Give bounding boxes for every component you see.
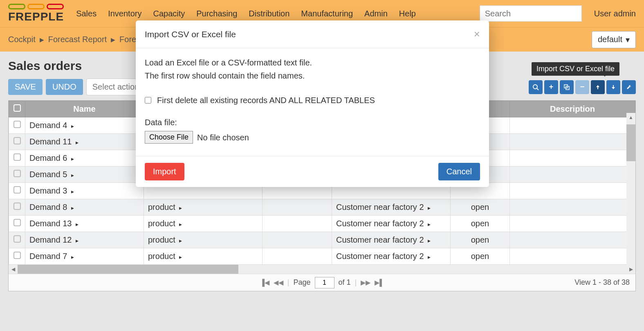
vertical-scrollbar[interactable]: ▲ ▼ [626,113,635,291]
table-row[interactable]: Demand 12 ▸product ▸Customer near factor… [9,232,635,248]
cell-name[interactable]: Demand 11 ▸ [25,134,144,150]
cell-description[interactable] [510,134,635,150]
page-label: Page [293,278,310,287]
table-row[interactable]: Demand 13 ▸product ▸Customer near factor… [9,216,635,232]
scroll-left-icon[interactable]: ◀ [9,266,18,272]
nav-distribution[interactable]: Distribution [249,9,289,18]
prev-page-icon[interactable]: ◀◀ [274,279,283,286]
last-page-icon[interactable]: ▶▌ [375,279,384,286]
cell-location[interactable] [263,248,332,265]
horizontal-scrollbar[interactable]: ◀ ▶ [9,265,635,274]
row-checkbox[interactable] [13,153,21,161]
scenario-selector[interactable]: default ▾ [592,31,636,48]
nav-admin[interactable]: Admin [364,9,388,18]
row-checkbox[interactable] [13,252,21,259]
column-description[interactable]: Description [510,101,635,117]
add-icon[interactable]: + [544,80,558,94]
caret-right-icon: ▸ [76,237,79,244]
table-row[interactable]: Demand 7 ▸product ▸Customer near factory… [9,248,635,265]
row-checkbox[interactable] [13,121,21,128]
cell-item[interactable]: product ▸ [144,248,263,265]
cell-description[interactable] [510,167,635,183]
cell-description[interactable] [510,232,635,248]
nav-manufacturing[interactable]: Manufacturing [301,9,353,18]
breadcrumb-item[interactable]: Forecast Report [48,35,107,44]
upload-icon[interactable] [591,80,605,94]
cell-name[interactable]: Demand 5 ▸ [25,167,144,183]
cell-item[interactable]: product ▸ [144,216,263,232]
next-page-icon[interactable]: ▶▶ [361,279,370,286]
choose-file-button[interactable]: Choose File [145,131,193,144]
table-row[interactable]: Demand 8 ▸product ▸Customer near factory… [9,199,635,216]
nav-menu: Sales Inventory Capacity Purchasing Dist… [76,9,480,18]
breadcrumb-item[interactable]: Cockpit [8,35,36,44]
scroll-thumb[interactable] [18,265,238,274]
cell-status[interactable]: open [451,232,510,248]
page-input[interactable] [315,277,334,288]
undo-button[interactable]: UNDO [46,79,83,95]
delete-icon[interactable]: − [575,80,589,94]
nav-inventory[interactable]: Inventory [108,9,141,18]
wrench-icon[interactable] [622,80,636,94]
chevron-right-icon: ▶ [111,36,115,43]
logo[interactable]: FREPPLE [8,4,64,23]
cell-description[interactable] [510,199,635,216]
row-checkbox[interactable] [13,186,21,194]
select-all-header[interactable] [9,101,25,117]
search-input[interactable] [480,5,582,22]
cell-customer[interactable]: Customer near factory 2 ▸ [332,216,451,232]
cell-item[interactable]: product ▸ [144,232,263,248]
modal-text: Load an Excel file or a CSV-formatted te… [145,56,480,69]
cell-name[interactable]: Demand 4 ▸ [25,117,144,134]
scroll-up-icon[interactable]: ▲ [626,113,635,122]
cell-name[interactable]: Demand 13 ▸ [25,216,144,232]
save-button[interactable]: SAVE [8,79,43,95]
search-icon[interactable] [529,80,543,94]
nav-capacity[interactable]: Capacity [153,9,185,18]
cell-name[interactable]: Demand 8 ▸ [25,199,144,216]
scroll-thumb[interactable] [626,124,635,161]
cell-customer[interactable]: Customer near factory 2 ▸ [332,232,451,248]
download-icon[interactable] [606,80,620,94]
nav-purchasing[interactable]: Purchasing [196,9,237,18]
page-of: of 1 [339,278,351,287]
cell-item[interactable]: product ▸ [144,199,263,216]
row-checkbox[interactable] [13,235,21,243]
cell-location[interactable] [263,199,332,216]
cell-description[interactable] [510,117,635,134]
logo-icon [8,4,64,9]
copy-icon[interactable] [560,80,574,94]
cell-description[interactable] [510,216,635,232]
scroll-right-icon[interactable]: ▶ [626,266,635,272]
cell-description[interactable] [510,248,635,265]
cell-customer[interactable]: Customer near factory 2 ▸ [332,199,451,216]
cell-customer[interactable]: Customer near factory 2 ▸ [332,248,451,265]
scenario-label: default [598,35,622,44]
cell-status[interactable]: open [451,216,510,232]
cell-description[interactable] [510,150,635,167]
cell-name[interactable]: Demand 7 ▸ [25,248,144,265]
nav-help[interactable]: Help [399,9,416,18]
caret-right-icon: ▸ [71,254,74,260]
import-button[interactable]: Import [145,163,184,180]
cell-status[interactable]: open [451,248,510,265]
chevron-right-icon: ▶ [40,36,44,43]
cancel-button[interactable]: Cancel [438,163,480,180]
row-checkbox[interactable] [13,219,21,226]
cell-status[interactable]: open [451,199,510,216]
row-checkbox[interactable] [13,137,21,144]
cell-name[interactable]: Demand 12 ▸ [25,232,144,248]
user-menu[interactable]: User admin [594,9,636,18]
row-checkbox[interactable] [13,170,21,177]
close-icon[interactable]: × [474,28,480,41]
cell-name[interactable]: Demand 3 ▸ [25,183,144,199]
nav-sales[interactable]: Sales [76,9,96,18]
delete-records-checkbox[interactable] [145,97,151,104]
cell-name[interactable]: Demand 6 ▸ [25,150,144,167]
cell-description[interactable] [510,183,635,199]
cell-location[interactable] [263,216,332,232]
row-checkbox[interactable] [13,203,21,210]
column-name[interactable]: Name [25,101,144,117]
first-page-icon[interactable]: ▐◀ [260,279,269,286]
cell-location[interactable] [263,232,332,248]
